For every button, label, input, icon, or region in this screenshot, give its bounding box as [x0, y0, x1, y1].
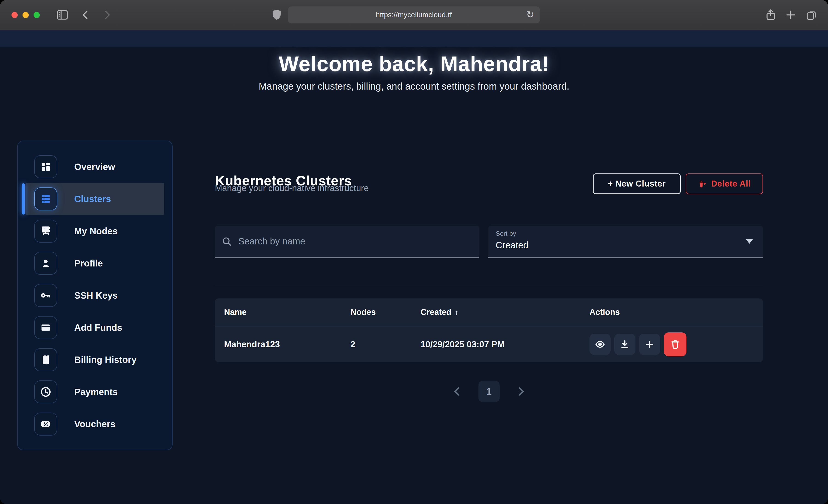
sidebar-label: Add Funds: [74, 323, 122, 333]
new-cluster-button[interactable]: + New Cluster: [593, 173, 681, 194]
delete-all-label: Delete All: [711, 179, 751, 188]
address-bar[interactable]: https://myceliumcloud.tf: [288, 6, 540, 24]
cluster-name: Mahendra123: [215, 339, 341, 349]
zoom-window-button[interactable]: [34, 12, 40, 18]
minimize-window-button[interactable]: [23, 12, 29, 18]
url-text: https://myceliumcloud.tf: [376, 11, 452, 19]
clusters-icon: [34, 187, 57, 210]
row-actions: [580, 332, 763, 356]
profile-icon: [34, 252, 57, 275]
sidebar-item-my-nodes[interactable]: My Nodes: [26, 215, 164, 247]
forward-button[interactable]: [101, 9, 113, 21]
search-box: [215, 226, 480, 257]
delete-cluster-button[interactable]: [664, 332, 687, 356]
chevron-left-icon: [452, 386, 462, 397]
reload-icon[interactable]: ↻: [526, 8, 534, 22]
sort-label: Sort by: [496, 230, 763, 237]
page-subtitle: Manage your cloud-native infrastructure: [215, 183, 369, 193]
clock-icon: [34, 380, 57, 404]
trash-lines-icon: [698, 179, 707, 188]
clusters-table: Name Nodes Created↕ Actions Mahendra123 …: [215, 298, 763, 362]
page-number[interactable]: 1: [479, 381, 500, 402]
sidebar-label: Billing History: [74, 355, 136, 365]
key-icon: [34, 284, 57, 307]
sidebar-item-billing-history[interactable]: Billing History: [26, 344, 164, 376]
column-header-name: Name: [215, 307, 341, 317]
close-window-button[interactable]: [11, 12, 18, 18]
new-tab-icon[interactable]: [785, 9, 797, 21]
tab-overview-icon[interactable]: [805, 8, 818, 21]
trash-icon: [670, 339, 680, 350]
sidebar-label: Overview: [74, 162, 115, 172]
welcome-heading: Welcome back, Mahendra!: [0, 52, 828, 76]
page-content: Welcome back, Mahendra! Manage your clus…: [0, 30, 828, 504]
sidebar-label: Vouchers: [74, 419, 115, 429]
browser-toolbar: https://myceliumcloud.tf ↻: [0, 0, 828, 30]
sidebar-nav: Overview Clusters: [17, 140, 173, 450]
previous-page-button[interactable]: [450, 386, 464, 397]
credit-card-icon: [34, 316, 57, 339]
search-icon: [222, 237, 232, 247]
chevron-right-icon: [516, 386, 526, 397]
sort-updown-icon: ↕: [455, 308, 458, 317]
welcome-subtitle: Manage your clusters, billing, and accou…: [0, 81, 828, 92]
next-page-button[interactable]: [514, 386, 528, 397]
receipt-icon: [34, 348, 57, 371]
sort-select[interactable]: Sort by Created: [488, 226, 763, 257]
search-input[interactable]: [238, 236, 446, 247]
sidebar-label: Clusters: [74, 194, 111, 204]
cluster-created: 10/29/2025 03:07 PM: [411, 339, 580, 349]
plus-icon: [645, 339, 655, 349]
sidebar-label: My Nodes: [74, 226, 118, 237]
sidebar-item-ssh-keys[interactable]: SSH Keys: [26, 279, 164, 311]
download-kubeconfig-button[interactable]: [614, 334, 635, 355]
browser-window: https://myceliumcloud.tf ↻ Welcome back,…: [0, 0, 828, 504]
active-accent-bar: [22, 183, 25, 215]
sidebar-label: Payments: [74, 387, 118, 397]
overview-icon: [34, 155, 57, 178]
sort-value: Created: [496, 240, 763, 250]
sidebar-toggle-icon[interactable]: [55, 8, 69, 22]
sidebar-item-payments[interactable]: Payments: [26, 376, 164, 408]
back-button[interactable]: [80, 9, 91, 21]
download-icon: [620, 339, 630, 349]
add-node-button[interactable]: [639, 334, 660, 355]
sidebar-item-vouchers[interactable]: Vouchers: [26, 408, 164, 440]
column-header-actions: Actions: [580, 307, 763, 317]
share-icon[interactable]: [764, 8, 777, 21]
sidebar-item-overview[interactable]: Overview: [26, 151, 164, 183]
sidebar-label: Profile: [74, 258, 103, 268]
new-cluster-label: + New Cluster: [608, 179, 666, 188]
table-header-row: Name Nodes Created↕ Actions: [215, 298, 763, 326]
chevron-down-icon: [746, 239, 753, 244]
view-cluster-button[interactable]: [589, 334, 611, 355]
page-header-band: [0, 30, 828, 47]
table-row: Mahendra123 2 10/29/2025 03:07 PM: [215, 326, 763, 362]
nodes-icon: [34, 220, 57, 243]
sidebar-item-profile[interactable]: Profile: [26, 247, 164, 279]
pagination: 1: [215, 381, 763, 402]
sidebar-item-clusters[interactable]: Clusters: [26, 183, 164, 215]
column-header-nodes: Nodes: [341, 307, 411, 317]
cluster-nodes: 2: [341, 339, 411, 349]
eye-icon: [595, 339, 605, 349]
sidebar-label: SSH Keys: [74, 290, 118, 301]
ticket-percent-icon: [34, 413, 57, 435]
sidebar-item-add-funds[interactable]: Add Funds: [26, 311, 164, 344]
delete-all-button[interactable]: Delete All: [686, 173, 763, 194]
column-header-created[interactable]: Created↕: [411, 307, 580, 317]
privacy-shield-icon[interactable]: [271, 9, 283, 21]
